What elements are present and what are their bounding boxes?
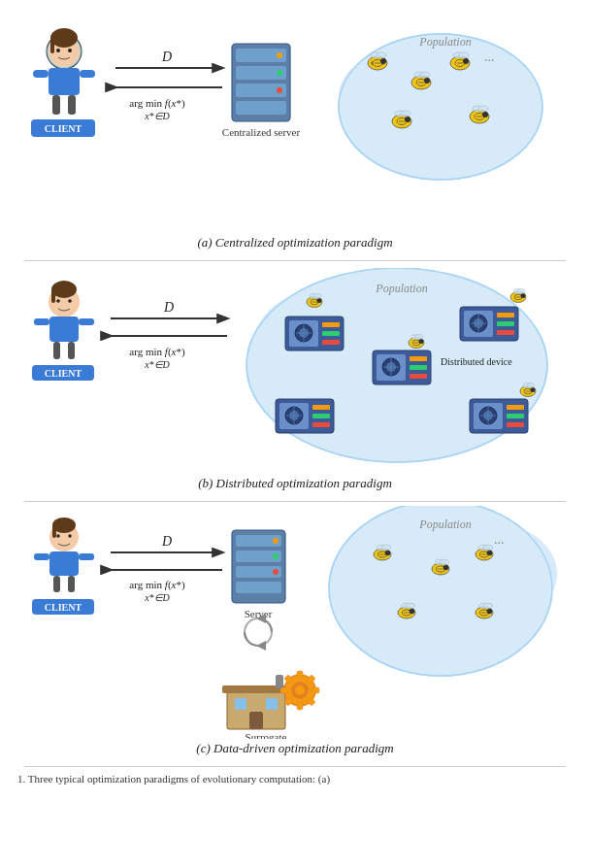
- svg-point-139: [415, 334, 423, 339]
- svg-point-235: [484, 545, 493, 551]
- diagram-c-box: CLIENT D arg min f(x*) x*∈D Server: [14, 506, 576, 739]
- svg-text:D: D: [163, 300, 174, 315]
- svg-rect-22: [236, 101, 286, 115]
- svg-rect-113: [497, 313, 514, 317]
- svg-point-137: [419, 339, 424, 344]
- svg-rect-115: [497, 330, 514, 335]
- svg-rect-170: [34, 553, 49, 560]
- svg-point-43: [377, 52, 386, 58]
- page: CLIENT D arg min f(x*) x*∈D Ce: [0, 0, 590, 868]
- svg-rect-166: [52, 525, 56, 538]
- svg-point-55: [459, 52, 469, 58]
- svg-rect-129: [410, 365, 427, 370]
- svg-text:Population: Population: [418, 517, 471, 531]
- svg-rect-203: [297, 702, 303, 710]
- svg-point-108: [313, 293, 321, 298]
- svg-rect-74: [34, 318, 49, 325]
- svg-rect-201: [311, 687, 319, 693]
- caption-a: (a) Centralized optimization paradigm: [197, 235, 392, 250]
- svg-point-229: [441, 559, 449, 565]
- svg-point-241: [407, 603, 415, 609]
- svg-point-49: [420, 72, 430, 78]
- svg-text:CLIENT: CLIENT: [45, 123, 82, 134]
- diagram-b-box: CLIENT D arg min f(x*) x*∈D Population: [14, 265, 576, 474]
- svg-point-213: [441, 569, 547, 647]
- svg-point-41: [380, 58, 386, 64]
- svg-point-167: [56, 534, 59, 537]
- svg-text:Distributed device: Distributed device: [441, 356, 512, 367]
- svg-rect-70: [51, 289, 55, 303]
- svg-point-247: [484, 603, 493, 609]
- svg-point-223: [382, 545, 391, 551]
- svg-rect-194: [266, 698, 278, 710]
- svg-rect-3: [50, 38, 54, 53]
- divider-3: [24, 766, 567, 767]
- footer-text: 1. Three typical optimization paradigms …: [10, 773, 580, 785]
- svg-point-67: [478, 106, 488, 112]
- svg-rect-145: [312, 414, 330, 418]
- svg-text:arg min f(x*): arg min f(x*): [129, 97, 185, 110]
- svg-text:x*∈D: x*∈D: [144, 592, 170, 603]
- svg-point-4: [56, 49, 60, 52]
- svg-rect-171: [79, 553, 94, 560]
- divider-1: [24, 260, 567, 261]
- svg-point-188: [273, 569, 279, 575]
- svg-rect-100: [322, 340, 340, 345]
- divider-2: [24, 501, 567, 502]
- svg-point-25: [277, 87, 282, 93]
- svg-text:...: ...: [494, 532, 505, 547]
- svg-rect-146: [312, 422, 330, 427]
- svg-point-214: [348, 576, 445, 650]
- svg-text:CLIENT: CLIENT: [45, 602, 82, 613]
- diagram-b-section: CLIENT D arg min f(x*) x*∈D Population: [10, 265, 580, 493]
- svg-point-65: [482, 112, 488, 117]
- svg-rect-169: [49, 551, 79, 576]
- svg-rect-173: [68, 576, 75, 592]
- caption-c: (c) Data-driven optimization paradigm: [196, 741, 393, 756]
- svg-text:x*∈D: x*∈D: [144, 359, 170, 370]
- svg-rect-199: [297, 671, 303, 679]
- svg-text:D: D: [161, 50, 172, 64]
- svg-text:Surrogate: Surrogate: [246, 731, 287, 739]
- svg-point-163: [527, 383, 535, 387]
- svg-rect-153: [507, 405, 524, 410]
- svg-point-53: [463, 58, 469, 64]
- svg-point-59: [405, 117, 410, 122]
- svg-rect-128: [410, 356, 427, 361]
- svg-point-61: [401, 111, 410, 117]
- svg-point-187: [273, 553, 279, 559]
- svg-point-47: [424, 78, 430, 83]
- svg-rect-6: [49, 68, 80, 95]
- svg-rect-10: [68, 95, 76, 115]
- diagram-a-section: CLIENT D arg min f(x*) x*∈D Ce: [10, 10, 580, 252]
- svg-text:Population: Population: [375, 282, 427, 295]
- svg-rect-144: [312, 405, 330, 410]
- svg-rect-130: [410, 374, 427, 379]
- svg-rect-193: [235, 698, 246, 710]
- svg-text:D: D: [161, 534, 172, 549]
- svg-text:arg min f(x*): arg min f(x*): [129, 346, 185, 358]
- svg-point-72: [68, 299, 72, 303]
- svg-rect-98: [322, 322, 340, 327]
- svg-rect-76: [53, 342, 60, 359]
- svg-text:x*∈D: x*∈D: [144, 111, 170, 121]
- svg-text:arg min f(x*): arg min f(x*): [129, 579, 185, 591]
- svg-point-2: [50, 28, 78, 48]
- svg-point-71: [56, 299, 60, 303]
- svg-text:Population: Population: [418, 35, 471, 49]
- svg-point-24: [277, 70, 282, 76]
- svg-rect-185: [236, 582, 281, 593]
- svg-point-239: [410, 609, 415, 615]
- svg-point-121: [521, 293, 526, 298]
- diagram-c-section: CLIENT D arg min f(x*) x*∈D Server: [10, 506, 580, 758]
- svg-rect-154: [507, 414, 524, 418]
- svg-rect-7: [33, 70, 49, 78]
- caption-b: (b) Distributed optimization paradigm: [198, 476, 392, 491]
- svg-rect-8: [80, 70, 95, 78]
- svg-point-245: [487, 609, 493, 615]
- svg-rect-207: [276, 675, 283, 688]
- svg-point-168: [68, 534, 71, 537]
- svg-point-5: [68, 49, 72, 52]
- svg-point-198: [295, 685, 305, 695]
- svg-rect-9: [52, 95, 60, 115]
